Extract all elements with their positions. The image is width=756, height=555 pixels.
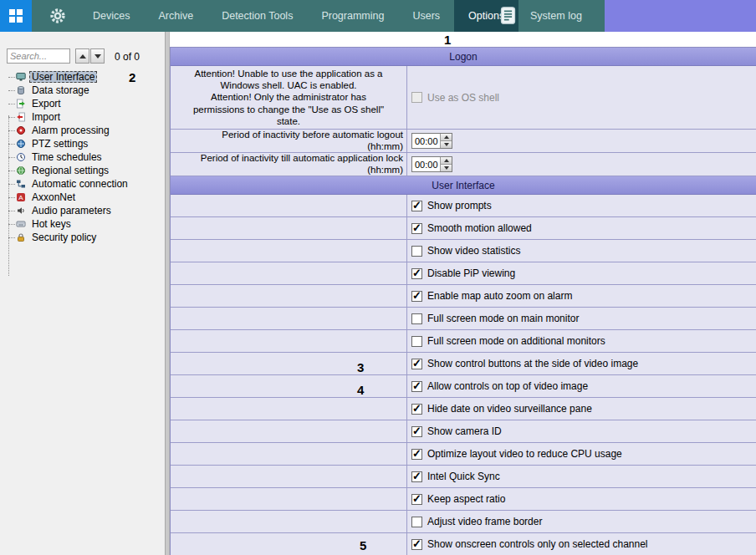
speaker-icon (16, 206, 26, 216)
os-shell-label: Use as OS shell (427, 92, 499, 104)
sidebar-item-audio-parameters[interactable]: Audio parameters (3, 204, 162, 217)
auto-logout-spinbox[interactable]: 00:00 (411, 133, 452, 149)
option-checkbox[interactable] (411, 268, 422, 279)
option-label: Smooth motion allowed (427, 222, 532, 234)
option-label: Adjust video frame border (427, 516, 542, 527)
option-checkbox[interactable] (411, 223, 422, 234)
sidebar-item-label: PTZ settings (29, 138, 90, 150)
auto-lock-value[interactable]: 00:00 (412, 157, 440, 171)
option-row-intel-quick-sync: Intel Quick Sync (171, 466, 756, 488)
menu-item-programming[interactable]: Programming (307, 0, 398, 32)
sidebar-item-regional-settings[interactable]: Regional settings (3, 164, 162, 177)
search-result-count: 0 of 0 (115, 51, 140, 63)
option-row-disable-pip: Disable PiP viewing (171, 262, 756, 285)
option-row-fullscreen-main: Full screen mode on main monitor (171, 308, 756, 330)
option-label: Full screen mode on additional monitors (427, 335, 605, 347)
option-checkbox[interactable] (411, 381, 422, 392)
spinner-buttons[interactable] (440, 134, 452, 148)
sidebar-item-label: Import (29, 111, 63, 123)
os-shell-warning-text: Attention! Unable to use the application… (171, 66, 407, 129)
menu-item-devices[interactable]: Devices (79, 0, 144, 32)
sidebar-item-label: Hot keys (29, 218, 74, 230)
option-row-map-auto-zoom: Enable map auto zoom on alarm (171, 285, 756, 308)
sidebar-item-user-interface[interactable]: User Interface (3, 70, 162, 84)
option-label: Optimize layout video to reduce CPU usag… (427, 448, 622, 460)
top-menu-bar: Devices Archive Detection Tools Programm… (0, 0, 756, 32)
annotation-callout-2: 2 (129, 70, 135, 84)
sidebar-item-security-policy[interactable]: Security policy (3, 231, 162, 244)
option-checkbox[interactable] (411, 426, 422, 437)
option-checkbox[interactable] (411, 471, 422, 482)
search-input[interactable] (7, 48, 70, 64)
spin-down-icon (444, 143, 449, 146)
option-label: Intel Quick Sync (427, 471, 500, 482)
sidebar-item-alarm-processing[interactable]: Alarm processing (3, 124, 162, 137)
sidebar-item-data-storage[interactable]: Data storage (3, 84, 162, 97)
option-row-side-control-buttons: Show control buttons at the side of vide… (171, 353, 756, 375)
option-checkbox[interactable] (411, 517, 422, 527)
option-row-video-statistics: Show video statistics (171, 240, 756, 262)
option-row-adjust-frame-border: Adjust video frame border (171, 511, 756, 533)
menu-item-detection-tools[interactable]: Detection Tools (207, 0, 307, 32)
auto-logout-value[interactable]: 00:00 (412, 134, 440, 148)
monitor-icon (16, 72, 26, 82)
clock-icon (16, 152, 26, 162)
auto-logout-row: Period of inactivity before automatic lo… (171, 130, 756, 153)
app-launcher-button[interactable] (0, 0, 32, 32)
sidebar-item-time-schedules[interactable]: Time schedules (3, 150, 162, 164)
auto-lock-spinbox[interactable]: 00:00 (411, 156, 452, 172)
os-shell-checkbox[interactable] (411, 92, 422, 103)
ptz-icon (16, 139, 26, 149)
option-label: Allow controls on top of video image (427, 380, 588, 392)
system-log-icon (498, 6, 518, 25)
sidebar-item-export[interactable]: Export (3, 97, 162, 110)
option-row-controls-on-top: Allow controls on top of video image (171, 375, 756, 398)
option-checkbox[interactable] (411, 449, 422, 460)
sidebar-item-label: Security policy (29, 232, 99, 243)
settings-gear-button[interactable] (47, 7, 69, 25)
search-next-button[interactable] (90, 48, 105, 64)
option-label: Show prompts (427, 200, 492, 211)
option-row-hide-date: Hide date on video surveillance pane (171, 398, 756, 420)
option-label: Show onscreen controls only on selected … (427, 538, 648, 550)
option-label: Disable PiP viewing (427, 267, 515, 279)
spinner-buttons[interactable] (440, 157, 452, 171)
option-row-optimize-layout: Optimize layout video to reduce CPU usag… (171, 443, 756, 466)
option-checkbox[interactable] (411, 336, 422, 347)
option-checkbox[interactable] (411, 359, 422, 369)
sidebar-item-ptz-settings[interactable]: PTZ settings (3, 137, 162, 150)
user-interface-section-header: User Interface (171, 176, 756, 195)
keyboard-icon (16, 219, 26, 229)
sidebar-item-label: AxxonNet (29, 191, 78, 203)
globe-icon (16, 165, 26, 176)
spin-up-icon (444, 135, 449, 139)
option-checkbox[interactable] (411, 291, 422, 302)
logon-section-header: Logon (171, 48, 756, 66)
annotation-callout-3: 3 (357, 360, 364, 374)
option-checkbox[interactable] (411, 494, 422, 505)
system-log-button[interactable] (498, 6, 518, 28)
menu-item-archive[interactable]: Archive (144, 0, 207, 32)
system-log-label[interactable]: System log (530, 0, 582, 32)
option-checkbox[interactable] (411, 404, 422, 415)
options-panel: Logon Attention! Unable to use the appli… (170, 47, 756, 555)
sidebar-item-axxonnet[interactable]: A AxxonNet (3, 191, 162, 204)
sidebar-item-import[interactable]: Import (3, 110, 162, 124)
option-row-onscreen-controls-selected: Show onscreen controls only on selected … (171, 533, 756, 555)
menu-item-users[interactable]: Users (398, 0, 454, 32)
sidebar-item-label: Audio parameters (29, 205, 114, 216)
option-label: Hide date on video surveillance pane (427, 403, 592, 415)
search-prev-button[interactable] (75, 48, 89, 64)
option-label: Show control buttons at the side of vide… (427, 358, 638, 369)
option-checkbox[interactable] (411, 313, 422, 324)
sidebar-item-hot-keys[interactable]: Hot keys (3, 217, 162, 231)
spin-up-icon (444, 159, 449, 162)
sidebar-item-label: Time schedules (29, 151, 105, 163)
sidebar-item-label: Data storage (29, 84, 92, 96)
sidebar-item-automatic-connection[interactable]: Automatic connection (3, 177, 162, 191)
option-label: Enable map auto zoom on alarm (427, 290, 572, 302)
option-checkbox[interactable] (411, 539, 422, 550)
option-checkbox[interactable] (411, 246, 422, 257)
option-checkbox[interactable] (411, 201, 422, 211)
topbar-accent-panel (605, 0, 756, 32)
